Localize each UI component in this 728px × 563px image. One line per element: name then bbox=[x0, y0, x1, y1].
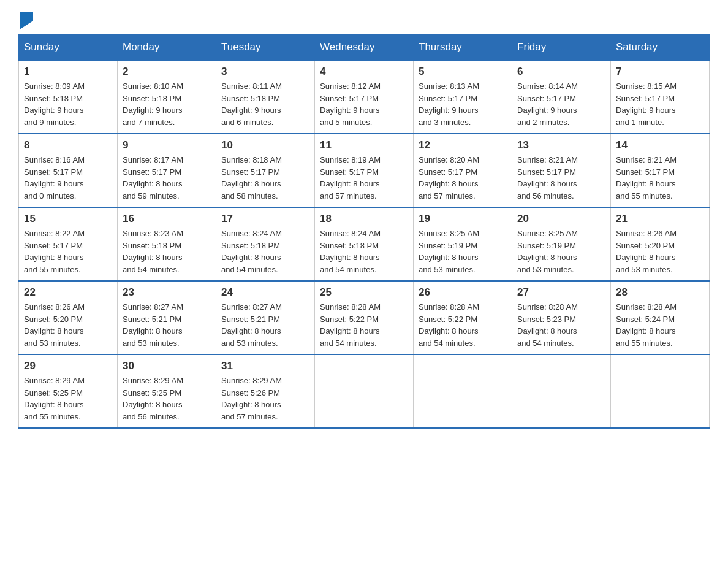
day-info: Sunrise: 8:28 AM Sunset: 5:22 PM Dayligh… bbox=[419, 301, 507, 349]
day-number: 1 bbox=[24, 66, 112, 78]
calendar-cell: 9Sunrise: 8:17 AM Sunset: 5:17 PM Daylig… bbox=[118, 134, 216, 207]
calendar-cell: 24Sunrise: 8:27 AM Sunset: 5:21 PM Dayli… bbox=[216, 281, 315, 354]
calendar-header-thursday: Thursday bbox=[414, 35, 512, 61]
calendar-cell: 30Sunrise: 8:29 AM Sunset: 5:25 PM Dayli… bbox=[118, 354, 216, 428]
calendar-header-saturday: Saturday bbox=[611, 35, 710, 61]
day-number: 20 bbox=[517, 213, 605, 225]
calendar-cell: 11Sunrise: 8:19 AM Sunset: 5:17 PM Dayli… bbox=[315, 134, 414, 207]
day-info: Sunrise: 8:16 AM Sunset: 5:17 PM Dayligh… bbox=[24, 154, 112, 202]
calendar-cell: 8Sunrise: 8:16 AM Sunset: 5:17 PM Daylig… bbox=[19, 134, 118, 207]
calendar-week-row: 8Sunrise: 8:16 AM Sunset: 5:17 PM Daylig… bbox=[19, 134, 710, 207]
day-info: Sunrise: 8:11 AM Sunset: 5:18 PM Dayligh… bbox=[221, 80, 309, 128]
calendar-cell: 5Sunrise: 8:13 AM Sunset: 5:17 PM Daylig… bbox=[414, 60, 512, 134]
calendar-cell: 16Sunrise: 8:23 AM Sunset: 5:18 PM Dayli… bbox=[118, 207, 216, 281]
day-number: 12 bbox=[419, 139, 507, 151]
day-info: Sunrise: 8:14 AM Sunset: 5:17 PM Dayligh… bbox=[517, 80, 605, 128]
calendar-cell bbox=[512, 354, 611, 428]
calendar-week-row: 1Sunrise: 8:09 AM Sunset: 5:18 PM Daylig… bbox=[19, 60, 710, 134]
calendar-cell: 2Sunrise: 8:10 AM Sunset: 5:18 PM Daylig… bbox=[118, 60, 216, 134]
day-info: Sunrise: 8:25 AM Sunset: 5:19 PM Dayligh… bbox=[517, 228, 605, 275]
svg-marker-0 bbox=[20, 12, 33, 29]
day-number: 21 bbox=[616, 213, 704, 225]
day-number: 14 bbox=[616, 139, 704, 151]
calendar-cell: 18Sunrise: 8:24 AM Sunset: 5:18 PM Dayli… bbox=[315, 207, 414, 281]
calendar-cell: 14Sunrise: 8:21 AM Sunset: 5:17 PM Dayli… bbox=[611, 134, 710, 207]
calendar-cell: 19Sunrise: 8:25 AM Sunset: 5:19 PM Dayli… bbox=[414, 207, 512, 281]
calendar-cell: 7Sunrise: 8:15 AM Sunset: 5:17 PM Daylig… bbox=[611, 60, 710, 134]
day-info: Sunrise: 8:15 AM Sunset: 5:17 PM Dayligh… bbox=[616, 80, 704, 128]
calendar-week-row: 29Sunrise: 8:29 AM Sunset: 5:25 PM Dayli… bbox=[19, 354, 710, 428]
calendar-cell: 27Sunrise: 8:28 AM Sunset: 5:23 PM Dayli… bbox=[512, 281, 611, 354]
day-info: Sunrise: 8:19 AM Sunset: 5:17 PM Dayligh… bbox=[320, 154, 408, 202]
day-number: 28 bbox=[616, 286, 704, 299]
day-number: 17 bbox=[221, 213, 309, 225]
day-number: 30 bbox=[123, 360, 211, 372]
day-number: 18 bbox=[320, 213, 408, 225]
day-info: Sunrise: 8:28 AM Sunset: 5:22 PM Dayligh… bbox=[320, 301, 408, 349]
day-number: 23 bbox=[123, 286, 211, 299]
day-info: Sunrise: 8:18 AM Sunset: 5:17 PM Dayligh… bbox=[221, 154, 309, 202]
day-info: Sunrise: 8:28 AM Sunset: 5:23 PM Dayligh… bbox=[517, 301, 605, 349]
calendar-cell: 13Sunrise: 8:21 AM Sunset: 5:17 PM Dayli… bbox=[512, 134, 611, 207]
calendar-cell bbox=[414, 354, 512, 428]
day-info: Sunrise: 8:25 AM Sunset: 5:19 PM Dayligh… bbox=[419, 228, 507, 275]
day-info: Sunrise: 8:26 AM Sunset: 5:20 PM Dayligh… bbox=[24, 301, 112, 349]
calendar-cell bbox=[315, 354, 414, 428]
calendar-cell: 21Sunrise: 8:26 AM Sunset: 5:20 PM Dayli… bbox=[611, 207, 710, 281]
calendar-cell: 29Sunrise: 8:29 AM Sunset: 5:25 PM Dayli… bbox=[19, 354, 118, 428]
day-info: Sunrise: 8:10 AM Sunset: 5:18 PM Dayligh… bbox=[123, 80, 211, 128]
calendar-cell: 17Sunrise: 8:24 AM Sunset: 5:18 PM Dayli… bbox=[216, 207, 315, 281]
day-info: Sunrise: 8:13 AM Sunset: 5:17 PM Dayligh… bbox=[419, 80, 507, 128]
calendar-cell: 12Sunrise: 8:20 AM Sunset: 5:17 PM Dayli… bbox=[414, 134, 512, 207]
calendar-header-monday: Monday bbox=[118, 35, 216, 61]
calendar-header-row: SundayMondayTuesdayWednesdayThursdayFrid… bbox=[19, 35, 710, 61]
day-number: 5 bbox=[419, 66, 507, 78]
day-info: Sunrise: 8:22 AM Sunset: 5:17 PM Dayligh… bbox=[24, 228, 112, 275]
calendar-cell: 31Sunrise: 8:29 AM Sunset: 5:26 PM Dayli… bbox=[216, 354, 315, 428]
calendar-cell: 6Sunrise: 8:14 AM Sunset: 5:17 PM Daylig… bbox=[512, 60, 611, 134]
day-number: 8 bbox=[24, 139, 112, 151]
day-number: 16 bbox=[123, 213, 211, 225]
day-number: 24 bbox=[221, 286, 309, 299]
calendar-week-row: 15Sunrise: 8:22 AM Sunset: 5:17 PM Dayli… bbox=[19, 207, 710, 281]
day-info: Sunrise: 8:29 AM Sunset: 5:25 PM Dayligh… bbox=[123, 375, 211, 423]
day-info: Sunrise: 8:20 AM Sunset: 5:17 PM Dayligh… bbox=[419, 154, 507, 202]
calendar-header-wednesday: Wednesday bbox=[315, 35, 414, 61]
page-header bbox=[18, 12, 710, 28]
day-number: 4 bbox=[320, 66, 408, 78]
calendar-week-row: 22Sunrise: 8:26 AM Sunset: 5:20 PM Dayli… bbox=[19, 281, 710, 354]
day-info: Sunrise: 8:28 AM Sunset: 5:24 PM Dayligh… bbox=[616, 301, 704, 349]
calendar-cell: 25Sunrise: 8:28 AM Sunset: 5:22 PM Dayli… bbox=[315, 281, 414, 354]
day-number: 3 bbox=[221, 66, 309, 78]
day-info: Sunrise: 8:27 AM Sunset: 5:21 PM Dayligh… bbox=[123, 301, 211, 349]
day-info: Sunrise: 8:24 AM Sunset: 5:18 PM Dayligh… bbox=[320, 228, 408, 275]
calendar-cell: 23Sunrise: 8:27 AM Sunset: 5:21 PM Dayli… bbox=[118, 281, 216, 354]
day-number: 25 bbox=[320, 286, 408, 299]
day-info: Sunrise: 8:29 AM Sunset: 5:25 PM Dayligh… bbox=[24, 375, 112, 423]
day-info: Sunrise: 8:12 AM Sunset: 5:17 PM Dayligh… bbox=[320, 80, 408, 128]
day-info: Sunrise: 8:09 AM Sunset: 5:18 PM Dayligh… bbox=[24, 80, 112, 128]
calendar-cell: 10Sunrise: 8:18 AM Sunset: 5:17 PM Dayli… bbox=[216, 134, 315, 207]
day-number: 10 bbox=[221, 139, 309, 151]
calendar-cell: 28Sunrise: 8:28 AM Sunset: 5:24 PM Dayli… bbox=[611, 281, 710, 354]
day-number: 29 bbox=[24, 360, 112, 372]
day-number: 31 bbox=[221, 360, 309, 372]
day-number: 26 bbox=[419, 286, 507, 299]
day-number: 19 bbox=[419, 213, 507, 225]
logo-arrow-icon bbox=[20, 12, 33, 29]
day-number: 22 bbox=[24, 286, 112, 299]
day-info: Sunrise: 8:21 AM Sunset: 5:17 PM Dayligh… bbox=[517, 154, 605, 202]
calendar-cell: 26Sunrise: 8:28 AM Sunset: 5:22 PM Dayli… bbox=[414, 281, 512, 354]
calendar-cell: 3Sunrise: 8:11 AM Sunset: 5:18 PM Daylig… bbox=[216, 60, 315, 134]
day-number: 7 bbox=[616, 66, 704, 78]
day-number: 11 bbox=[320, 139, 408, 151]
calendar-header-sunday: Sunday bbox=[19, 35, 118, 61]
day-info: Sunrise: 8:21 AM Sunset: 5:17 PM Dayligh… bbox=[616, 154, 704, 202]
day-info: Sunrise: 8:29 AM Sunset: 5:26 PM Dayligh… bbox=[221, 375, 309, 423]
calendar-cell: 22Sunrise: 8:26 AM Sunset: 5:20 PM Dayli… bbox=[19, 281, 118, 354]
day-info: Sunrise: 8:24 AM Sunset: 5:18 PM Dayligh… bbox=[221, 228, 309, 275]
day-number: 13 bbox=[517, 139, 605, 151]
calendar-cell: 15Sunrise: 8:22 AM Sunset: 5:17 PM Dayli… bbox=[19, 207, 118, 281]
day-number: 15 bbox=[24, 213, 112, 225]
day-number: 6 bbox=[517, 66, 605, 78]
